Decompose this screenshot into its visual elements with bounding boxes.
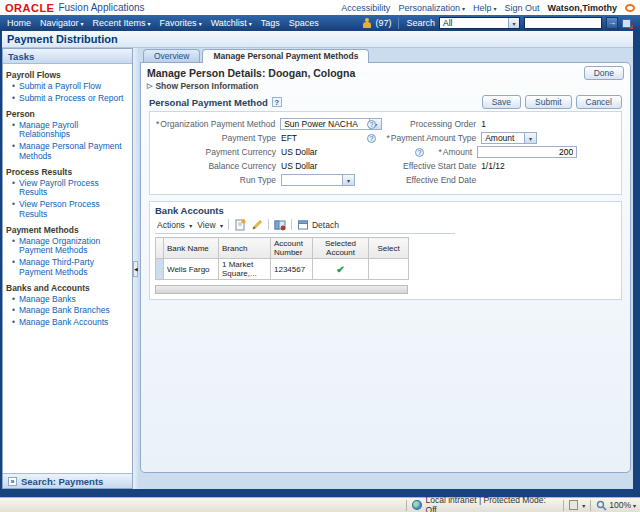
nav-spaces[interactable]: Spaces xyxy=(289,18,319,28)
page-title: Payment Distribution xyxy=(7,33,118,45)
create-icon[interactable] xyxy=(234,219,246,231)
help-menu[interactable]: Help▾ xyxy=(473,3,497,13)
task-group-payroll-flows: Payroll Flows xyxy=(6,70,129,80)
payment-amount-type-select[interactable]: Amount ▾ xyxy=(481,132,537,144)
run-type-select[interactable]: ▾ xyxy=(281,174,355,186)
oracle-logo: ORACLE xyxy=(5,2,54,14)
payment-type-label: Payment Type xyxy=(156,133,276,143)
task-manage-payroll-relationships[interactable]: Manage Payroll Relationships xyxy=(6,120,129,142)
search-go-button[interactable]: → xyxy=(606,17,618,29)
task-manage-banks[interactable]: Manage Banks xyxy=(6,294,129,306)
actions-menu-button[interactable]: Actions ▾ xyxy=(157,220,192,230)
task-view-payroll-process-results[interactable]: View Payroll Process Results xyxy=(6,178,129,200)
tab-overview[interactable]: Overview xyxy=(143,49,200,62)
task-view-person-process-results[interactable]: View Person Process Results xyxy=(6,199,129,221)
show-person-info-toggle[interactable]: ▷ Show Person Information xyxy=(141,80,630,93)
logged-in-user: Watson,Timothy xyxy=(548,3,618,13)
submit-button[interactable]: Submit xyxy=(525,95,571,109)
search-label: Search xyxy=(406,18,435,28)
compatibility-view-button[interactable]: ▾ xyxy=(569,500,585,510)
nav-navigator[interactable]: Navigator▾ xyxy=(40,18,84,28)
chevron-down-icon: ▾ xyxy=(220,223,223,229)
advanced-search-icon[interactable] xyxy=(622,18,633,29)
nav-watchlist[interactable]: Watchlist▾ xyxy=(211,18,252,28)
task-manage-third-party-payment-methods[interactable]: Manage Third-Party Payment Methods xyxy=(6,257,129,279)
column-header-select[interactable]: Select xyxy=(369,238,409,259)
zoom-control[interactable]: 100% ▾ xyxy=(596,500,636,511)
row-selector[interactable] xyxy=(156,259,164,280)
column-header-branch[interactable]: Branch xyxy=(219,238,271,259)
task-manage-bank-branches[interactable]: Manage Bank Branches xyxy=(6,305,129,317)
help-icon[interactable]: ? xyxy=(272,97,282,107)
task-group-person: Person xyxy=(6,109,129,119)
person-icon[interactable] xyxy=(363,18,371,28)
global-links: Accessibility Personalization▾ Help▾ Sig… xyxy=(341,3,635,13)
balance-currency-value: US Dollar xyxy=(281,161,317,171)
amount-input[interactable] xyxy=(477,146,577,158)
sign-out-link[interactable]: Sign Out xyxy=(504,3,539,13)
chevron-down-icon: ▾ xyxy=(249,21,252,27)
task-manage-organization-payment-methods[interactable]: Manage Organization Payment Methods xyxy=(6,236,129,258)
task-group-process-results: Process Results xyxy=(6,167,129,177)
column-header-selected-account[interactable]: Selected Account xyxy=(313,238,369,259)
effective-start-date-label: Effective Start Date xyxy=(380,161,476,171)
table-scrollbar[interactable] xyxy=(155,285,408,294)
divider xyxy=(398,18,399,29)
done-button[interactable]: Done xyxy=(584,66,624,80)
task-manage-bank-accounts[interactable]: Manage Bank Accounts xyxy=(6,317,129,329)
effective-start-date-value: 1/1/12 xyxy=(481,161,505,171)
cancel-button[interactable]: Cancel xyxy=(576,95,622,109)
help-icon[interactable]: ? xyxy=(367,134,376,143)
chevron-down-icon: ▾ xyxy=(633,502,636,509)
main-panel: Manage Person Details: Doogan, Cologna D… xyxy=(140,62,631,473)
column-header-account-number[interactable]: Account Number xyxy=(271,238,313,259)
help-icon[interactable]: ? xyxy=(415,148,424,157)
task-submit-payroll-flow[interactable]: Submit a Payroll Flow xyxy=(6,81,129,93)
payment-currency-value: US Dollar xyxy=(281,147,317,157)
tab-manage-personal-payment-methods[interactable]: Manage Personal Payment Methods xyxy=(202,49,369,63)
table-row[interactable]: Wells Fargo 1 Market Square,... 1234567 … xyxy=(156,259,409,280)
application-header: ORACLE Fusion Applications Accessibility… xyxy=(0,0,640,15)
task-submit-process-or-report[interactable]: Submit a Process or Report xyxy=(6,93,129,105)
processing-order-label: Processing Order xyxy=(380,119,476,129)
watchlist-count[interactable]: (97) xyxy=(375,18,391,28)
security-zone-icon xyxy=(412,500,422,510)
help-icon[interactable]: ? xyxy=(367,120,376,129)
tab-strip: Overview Manage Personal Payment Methods xyxy=(140,48,631,62)
personalization-menu[interactable]: Personalization▾ xyxy=(398,3,465,13)
nav-home[interactable]: Home xyxy=(7,18,31,28)
browser-status-bar: Local intranet | Protected Mode: Off ▾ 1… xyxy=(0,497,640,512)
edit-icon[interactable] xyxy=(251,219,263,231)
presence-icon[interactable] xyxy=(625,4,635,12)
global-search-input[interactable] xyxy=(524,17,602,29)
nav-favorites[interactable]: Favorites▾ xyxy=(160,18,202,28)
cell-branch: 1 Market Square,... xyxy=(219,259,271,280)
view-menu-button[interactable]: View ▾ xyxy=(197,220,223,230)
check-icon: ✔ xyxy=(336,264,344,275)
security-zone-text: Local intranet | Protected Mode: Off xyxy=(426,495,559,512)
task-manage-personal-payment-methods[interactable]: Manage Personal Payment Methods xyxy=(6,141,129,163)
search-payments-bar[interactable]: » Search: Payments xyxy=(3,473,132,488)
detach-button[interactable]: Detach xyxy=(297,219,339,231)
column-header-bank-name[interactable]: Bank Name xyxy=(164,238,219,259)
content-area: Overview Manage Personal Payment Methods… xyxy=(138,48,633,489)
row-selector-header xyxy=(156,238,164,259)
expand-icon[interactable]: » xyxy=(8,477,17,486)
required-marker: * xyxy=(386,133,389,143)
bank-accounts-title: Bank Accounts xyxy=(155,205,616,216)
required-marker: * xyxy=(156,119,159,129)
workspace: Tasks Payroll Flows Submit a Payroll Flo… xyxy=(2,48,633,489)
freeze-icon[interactable] xyxy=(274,219,286,231)
nav-recent-items[interactable]: Recent Items▾ xyxy=(93,18,151,28)
chevron-down-icon: ▾ xyxy=(524,133,536,143)
disclosure-icon: ▷ xyxy=(147,82,152,90)
save-button[interactable]: Save xyxy=(482,95,521,109)
chevron-down-icon: ▾ xyxy=(148,21,151,27)
nav-tags[interactable]: Tags xyxy=(261,18,280,28)
page-heading: Manage Person Details: Doogan, Cologna xyxy=(147,67,355,79)
search-scope-select[interactable]: All ▾ xyxy=(439,17,520,29)
divider xyxy=(268,219,269,230)
accessibility-link[interactable]: Accessibility xyxy=(341,3,390,13)
task-group-payment-methods: Payment Methods xyxy=(6,225,129,235)
tasks-header: Tasks xyxy=(3,49,132,64)
